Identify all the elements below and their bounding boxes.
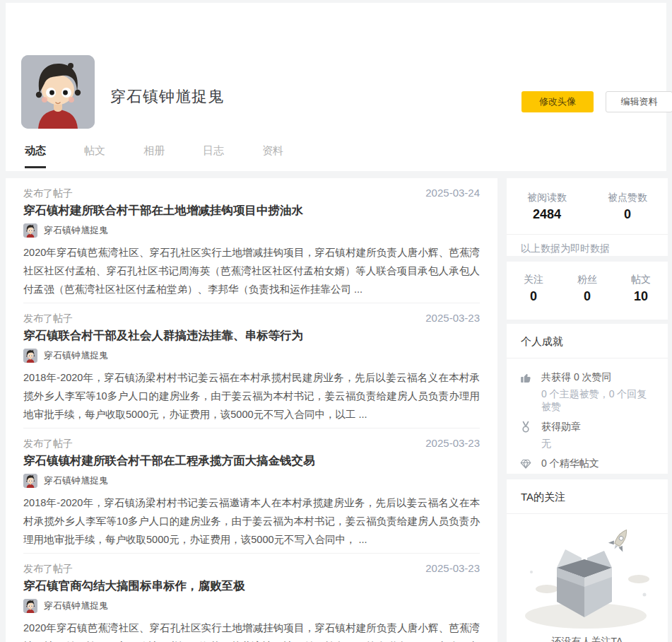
boy-avatar-image (23, 599, 37, 613)
post-title-link[interactable]: 穿石镇镇村建所联合村干部在工程承揽方面大搞金钱交易 (23, 453, 480, 469)
post-date: 2025-03-23 (425, 562, 480, 574)
post-author-name[interactable]: 穿石镇钟馗捉鬼 (44, 474, 108, 487)
stat-liked-count: 被点赞数 0 (587, 192, 668, 222)
post-author-avatar[interactable] (23, 349, 37, 363)
post-author-avatar[interactable] (23, 599, 37, 613)
achievement-medal: 获得勋章 (541, 421, 581, 433)
post-excerpt: 2020年穿石镇芭蕉湾社区、穿石孔社区实行土地增减挂钩项目，穿石镇村建所负责人唐… (23, 619, 480, 642)
boy-avatar-image (21, 55, 95, 129)
post-item-4: 发布了帖子 2025-03-23 穿石镇官商勾结大搞围标串标作，腐败至极 穿石镇… (23, 554, 480, 642)
followers-card: TA的关注 (507, 479, 668, 642)
empty-box-illustration (513, 518, 661, 633)
edit-profile-button[interactable]: 编辑资料 (606, 91, 672, 112)
boy-avatar-image (23, 474, 37, 488)
page-title-username: 穿石镇钟馗捉鬼 (110, 86, 224, 107)
tab-journal[interactable]: 日志 (203, 144, 224, 168)
stat-label: 帖文 (614, 274, 668, 286)
tab-profile-info[interactable]: 资料 (262, 144, 283, 168)
tab-activity[interactable]: 动态 (25, 144, 46, 168)
post-author-avatar[interactable] (23, 474, 37, 488)
stat-label: 被阅读数 (507, 192, 587, 204)
post-title-link[interactable]: 穿石镇村建所联合村干部在土地增减挂钩项目中捞油水 (23, 203, 480, 218)
change-avatar-button[interactable]: 修改头像 (521, 91, 594, 112)
tab-albums[interactable]: 相册 (143, 144, 165, 168)
post-action-label: 发布了帖子 (23, 438, 73, 450)
post-author-name[interactable]: 穿石镇钟馗捉鬼 (44, 600, 108, 612)
stat-value: 0 (587, 207, 668, 222)
profile-avatar (21, 55, 95, 129)
followers-title: TA的关注 (507, 479, 668, 514)
stat-value: 10 (614, 289, 668, 304)
stat-label: 被点赞数 (587, 192, 668, 204)
stat-read-count: 被阅读数 2484 (507, 192, 587, 222)
post-action-label: 发布了帖子 (23, 187, 73, 200)
post-action-label: 发布了帖子 (23, 563, 73, 576)
post-excerpt: 2020年穿石镇芭蕉湾社区、穿石孔社区实行土地增减挂钩项目，穿石镇村建所负责人唐… (23, 243, 480, 298)
post-excerpt: 2018年-2020年，穿石镇汤梁村村书记姜云福在本村承揽村民建房业务，先后以姜… (23, 368, 480, 424)
post-title-link[interactable]: 穿石镇联合村干部及社会人群搞违法挂靠、串标等行为 (23, 328, 480, 344)
follow-stats-card: 关注 0 粉丝 0 帖文 10 (507, 262, 668, 320)
read-like-stats-card: 被阅读数 2484 被点赞数 0 以上数据为即时数据 (507, 178, 668, 256)
post-author-avatar[interactable] (23, 223, 37, 238)
stat-followers[interactable]: 粉丝 0 (560, 274, 614, 304)
achievements-title: 个人成就 (507, 324, 668, 358)
post-item-3: 发布了帖子 2025-03-23 穿石镇镇村建所联合村干部在工程承揽方面大搞金钱… (23, 428, 480, 554)
stats-note: 以上数据为即时数据 (507, 234, 668, 255)
achievements-card: 个人成就 共获得 0 次赞同 0 个主题被赞，0 个回复被赞 获得勋章 无 0 … (507, 324, 668, 474)
post-date: 2025-03-23 (425, 437, 480, 449)
activity-feed: 发布了帖子 2025-03-24 穿石镇村建所联合村干部在土地增减挂钩项目中捞油… (6, 178, 497, 642)
gem-icon (519, 457, 532, 470)
stat-value: 0 (560, 289, 614, 304)
medal-icon (519, 421, 532, 433)
profile-tabs: 动态 帖文 相册 日志 资料 (25, 144, 322, 168)
post-item-2: 发布了帖子 2025-03-23 穿石镇联合村干部及社会人群搞违法挂靠、串标等行… (23, 303, 480, 428)
post-excerpt: 2018年-2020年，穿石镇汤梁村村书记姜云福邀请本人在本村承揽建房业务，先后… (23, 494, 480, 549)
achievement-essence: 0 个精华帖文 (541, 457, 599, 470)
followers-empty-text: 还没有人关注TA (507, 636, 668, 642)
post-date: 2025-03-24 (425, 187, 480, 199)
boy-avatar-image (23, 223, 37, 238)
stat-label: 关注 (507, 274, 560, 286)
tab-posts[interactable]: 帖文 (84, 144, 105, 168)
stat-following[interactable]: 关注 0 (507, 274, 560, 304)
achievement-likes: 共获得 0 次赞同 (541, 371, 612, 384)
stat-value: 0 (507, 289, 560, 304)
achievement-medal-detail: 无 (541, 438, 655, 450)
post-author-name[interactable]: 穿石镇钟馗捉鬼 (44, 224, 108, 237)
profile-header: 穿石镇钟馗捉鬼 修改头像 编辑资料 动态 帖文 相册 日志 资料 (6, 3, 666, 171)
stat-posts[interactable]: 帖文 10 (614, 274, 668, 304)
post-title-link[interactable]: 穿石镇官商勾结大搞围标串标作，腐败至极 (23, 578, 480, 594)
thumbs-up-icon (519, 371, 532, 384)
post-action-label: 发布了帖子 (23, 313, 73, 325)
stat-value: 2484 (507, 207, 587, 222)
stat-label: 粉丝 (560, 274, 614, 286)
post-item-1: 发布了帖子 2025-03-24 穿石镇村建所联合村干部在土地增减挂钩项目中捞油… (23, 178, 480, 303)
achievement-likes-detail: 0 个主题被赞，0 个回复被赞 (541, 388, 655, 414)
boy-avatar-image (23, 349, 37, 363)
post-date: 2025-03-23 (425, 312, 480, 324)
post-author-name[interactable]: 穿石镇钟馗捉鬼 (44, 349, 108, 362)
